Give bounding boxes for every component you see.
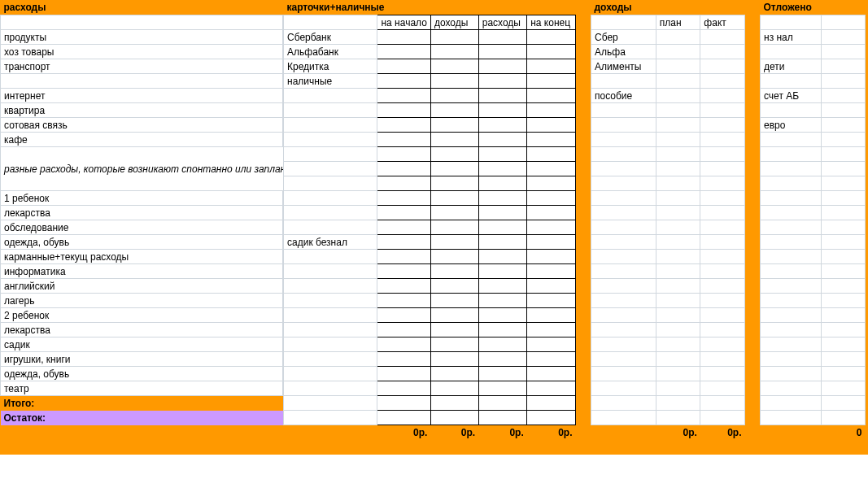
saved-label[interactable]	[761, 264, 822, 279]
card-cell[interactable]	[430, 30, 478, 45]
saved-value[interactable]	[821, 30, 865, 45]
fact-cell[interactable]	[700, 396, 745, 411]
card-label[interactable]	[284, 103, 377, 118]
income-label[interactable]	[591, 191, 656, 206]
card-cell[interactable]	[527, 162, 576, 176]
card-cell[interactable]	[478, 396, 527, 411]
saved-value[interactable]	[821, 191, 865, 206]
expense-label[interactable]: театр	[1, 381, 283, 396]
card-cell[interactable]	[377, 294, 430, 308]
card-cell[interactable]	[527, 118, 576, 133]
saved-label[interactable]	[761, 294, 822, 308]
plan-cell[interactable]	[656, 220, 700, 235]
card-label[interactable]	[284, 323, 377, 337]
card-label[interactable]	[284, 308, 377, 323]
card-cell[interactable]	[478, 147, 527, 162]
saved-label[interactable]	[761, 133, 822, 147]
plan-cell[interactable]	[656, 411, 700, 425]
fact-cell[interactable]	[700, 323, 745, 337]
card-label[interactable]	[284, 89, 377, 103]
card-cell[interactable]	[527, 206, 576, 220]
plan-cell[interactable]	[656, 147, 700, 162]
card-label[interactable]	[284, 250, 377, 264]
income-label[interactable]: Альфа	[591, 45, 656, 59]
saved-label[interactable]	[761, 162, 822, 176]
card-cell[interactable]	[430, 45, 478, 59]
saved-value[interactable]	[821, 176, 865, 191]
card-cell[interactable]	[478, 235, 527, 250]
saved-label[interactable]	[761, 367, 822, 381]
card-cell[interactable]	[527, 250, 576, 264]
card-cell[interactable]	[430, 308, 478, 323]
expense-label[interactable]: обследование	[1, 220, 283, 235]
card-label[interactable]	[284, 411, 377, 425]
saved-value[interactable]	[821, 235, 865, 250]
plan-cell[interactable]	[656, 103, 700, 118]
card-cell[interactable]	[527, 220, 576, 235]
col-plan[interactable]: план	[656, 15, 700, 30]
card-cell[interactable]	[430, 264, 478, 279]
card-cell[interactable]	[478, 352, 527, 367]
saved-value[interactable]	[821, 396, 865, 411]
income-label[interactable]	[591, 118, 656, 133]
fact-cell[interactable]	[700, 337, 745, 352]
expense-label[interactable]: лекарства	[1, 323, 283, 337]
card-cell[interactable]	[527, 381, 576, 396]
card-cell[interactable]	[527, 323, 576, 337]
col-end[interactable]: на конец	[527, 15, 576, 30]
card-cell[interactable]	[527, 103, 576, 118]
card-cell[interactable]	[430, 176, 478, 191]
fact-cell[interactable]	[700, 74, 745, 89]
card-cell[interactable]	[430, 294, 478, 308]
expense-label[interactable]: квартира	[1, 103, 283, 118]
income-label[interactable]	[591, 279, 656, 294]
card-cell[interactable]	[478, 191, 527, 206]
card-label[interactable]	[284, 206, 377, 220]
fact-cell[interactable]	[700, 133, 745, 147]
cell[interactable]	[821, 15, 865, 30]
card-cell[interactable]	[478, 279, 527, 294]
plan-cell[interactable]	[656, 45, 700, 59]
income-label[interactable]	[591, 396, 656, 411]
card-cell[interactable]	[377, 352, 430, 367]
card-cell[interactable]	[527, 235, 576, 250]
card-label[interactable]: наличные	[284, 74, 377, 89]
card-label[interactable]	[284, 294, 377, 308]
saved-value[interactable]	[821, 89, 865, 103]
col-start[interactable]: на начало	[377, 15, 430, 30]
card-label[interactable]	[284, 352, 377, 367]
income-label[interactable]	[591, 294, 656, 308]
expense-label[interactable]	[1, 74, 283, 89]
plan-cell[interactable]	[656, 279, 700, 294]
card-label[interactable]	[284, 147, 377, 162]
card-cell[interactable]	[430, 220, 478, 235]
card-cell[interactable]	[430, 133, 478, 147]
income-label[interactable]	[591, 381, 656, 396]
card-cell[interactable]	[377, 264, 430, 279]
card-cell[interactable]	[430, 147, 478, 162]
income-label[interactable]: Сбер	[591, 30, 656, 45]
card-cell[interactable]	[527, 337, 576, 352]
card-cell[interactable]	[527, 279, 576, 294]
fact-cell[interactable]	[700, 381, 745, 396]
plan-cell[interactable]	[656, 118, 700, 133]
card-label[interactable]	[284, 396, 377, 411]
fact-cell[interactable]	[700, 206, 745, 220]
income-label[interactable]	[591, 337, 656, 352]
cell[interactable]	[761, 15, 822, 30]
saved-value[interactable]	[821, 45, 865, 59]
card-cell[interactable]	[377, 337, 430, 352]
fact-cell[interactable]	[700, 411, 745, 425]
card-label[interactable]	[284, 367, 377, 381]
expense-label[interactable]: интернет	[1, 89, 283, 103]
fact-cell[interactable]	[700, 367, 745, 381]
saved-value[interactable]	[821, 206, 865, 220]
cell[interactable]	[591, 15, 656, 30]
saved-label[interactable]	[761, 147, 822, 162]
plan-cell[interactable]	[656, 206, 700, 220]
saved-label[interactable]: счет АБ	[761, 89, 822, 103]
card-cell[interactable]	[478, 162, 527, 176]
plan-cell[interactable]	[656, 367, 700, 381]
card-cell[interactable]	[478, 45, 527, 59]
card-label[interactable]	[284, 133, 377, 147]
